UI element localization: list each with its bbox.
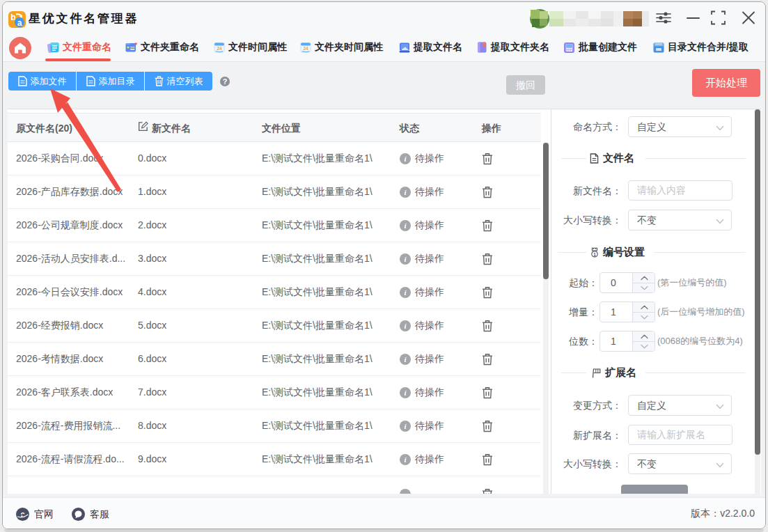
svg-text:24: 24 <box>217 46 222 51</box>
svg-text:24: 24 <box>303 46 308 51</box>
svg-text:a: a <box>17 18 22 28</box>
svg-text:1: 1 <box>593 251 596 256</box>
